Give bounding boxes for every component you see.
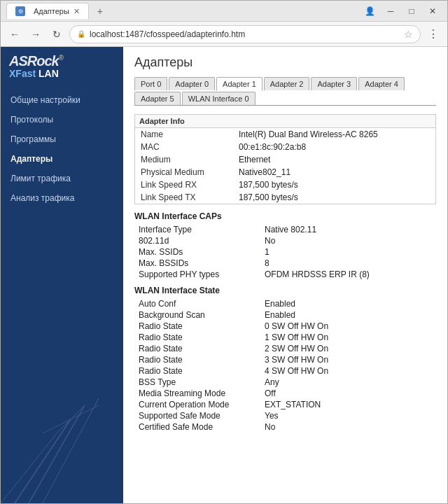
- svg-line-5: [71, 405, 99, 419]
- browser-tab[interactable]: ⚙ Адаптеры ✕: [6, 3, 89, 19]
- value: 00:e1:8c:90:2a:b8: [233, 141, 435, 153]
- label: Background Scan: [134, 309, 260, 321]
- label: Supported Safe Mode: [134, 410, 260, 421]
- table-row: Max. BSSIDs 8: [134, 258, 436, 269]
- sidebar-decoration: [1, 363, 123, 503]
- label: Radio State: [134, 343, 260, 354]
- label: Radio State: [134, 365, 260, 377]
- sidebar-item-protocols[interactable]: Протоколы: [1, 110, 123, 130]
- value: OFDM HRDSSS ERP IR (8): [260, 269, 436, 280]
- label: Current Operation Mode: [134, 399, 260, 410]
- tab-adapter5[interactable]: Adapter 5: [134, 92, 181, 105]
- sidebar-item-traffic-analysis[interactable]: Анализ трафика: [1, 188, 123, 208]
- tab-title: Адаптеры: [34, 7, 69, 15]
- bookmark-icon[interactable]: ☆: [404, 29, 413, 40]
- wlan-caps-table: Interface Type Native 802.11 802.11d No …: [134, 224, 436, 280]
- back-button[interactable]: ←: [6, 26, 23, 43]
- table-row: Radio State 3 SW Off HW On: [134, 354, 436, 365]
- label: Physical Medium: [135, 166, 233, 178]
- wlan-state-table: Auto Conf Enabled Background Scan Enable…: [134, 298, 436, 433]
- minimize-button[interactable]: ─: [382, 4, 400, 18]
- tab-adapter1[interactable]: Adapter 1: [216, 77, 262, 91]
- asrock-logo: ASRock®: [9, 54, 115, 68]
- user-button[interactable]: 👤: [360, 4, 379, 18]
- table-row: 802.11d No: [134, 235, 436, 246]
- tab-close-button[interactable]: ✕: [74, 7, 80, 16]
- lock-icon: 🔒: [77, 30, 85, 38]
- table-row: Name Intel(R) Dual Band Wireless-AC 8265: [135, 128, 435, 141]
- value: Enabled: [260, 298, 436, 309]
- table-row: Radio State 0 SW Off HW On: [134, 321, 436, 332]
- value: Intel(R) Dual Band Wireless-AC 8265: [233, 128, 435, 141]
- value: 2 SW Off HW On: [260, 343, 436, 354]
- label: Medium: [135, 153, 233, 166]
- svg-line-1: [29, 405, 85, 503]
- svg-line-0: [15, 419, 71, 503]
- value: 187,500 bytes/s: [233, 191, 435, 204]
- label: Name: [135, 128, 233, 141]
- sidebar-item-traffic-limit[interactable]: Лимит трафика: [1, 169, 123, 188]
- label: Max. BSSIDs: [134, 258, 260, 269]
- value: Off: [260, 388, 436, 399]
- app-layout: ASRock® XFast LAN Общие настройки Проток…: [1, 47, 447, 503]
- value: Enabled: [260, 309, 436, 321]
- label: Link Speed RX: [135, 178, 233, 191]
- tab-wlan0[interactable]: WLAN Interface 0: [182, 92, 255, 105]
- wlan-state-header: WLAN Interface State: [134, 286, 436, 295]
- tab-adapter3[interactable]: Adapter 3: [311, 77, 357, 90]
- new-tab-button[interactable]: +: [92, 4, 108, 18]
- maximize-button[interactable]: □: [402, 4, 421, 18]
- reload-button[interactable]: ↻: [48, 26, 65, 43]
- table-row: Radio State 2 SW Off HW On: [134, 343, 436, 354]
- adapter-info-box: Adapter Info Name Intel(R) Dual Band Wir…: [134, 114, 436, 204]
- address-bar[interactable]: 🔒 localhost:1487/cfosspeed/adapterinfo.h…: [69, 25, 421, 43]
- label: Certified Safe Mode: [134, 421, 260, 433]
- table-row: Auto Conf Enabled: [134, 298, 436, 309]
- browser-menu-button[interactable]: ⋮: [425, 26, 442, 43]
- logo-area: ASRock® XFast LAN: [1, 47, 123, 85]
- label: Auto Conf: [134, 298, 260, 309]
- tab-favicon: ⚙: [15, 6, 25, 16]
- label: MAC: [135, 141, 233, 153]
- tab-port0[interactable]: Port 0: [134, 77, 167, 90]
- close-button[interactable]: ✕: [424, 4, 442, 18]
- table-row: Interface Type Native 802.11: [134, 224, 436, 235]
- forward-button[interactable]: →: [27, 26, 44, 43]
- window-controls: 👤 ─ □ ✕: [360, 4, 442, 18]
- sidebar-item-general[interactable]: Общие настройки: [1, 90, 123, 110]
- label: Interface Type: [134, 224, 260, 235]
- sidebar-item-adapters[interactable]: Адаптеры: [1, 149, 123, 169]
- label: Radio State: [134, 332, 260, 343]
- table-row: Supported PHY types OFDM HRDSSS ERP IR (…: [134, 269, 436, 280]
- svg-line-3: [43, 398, 99, 503]
- value: Any: [260, 377, 436, 388]
- label: Media Streaming Mode: [134, 388, 260, 399]
- sidebar: ASRock® XFast LAN Общие настройки Проток…: [1, 47, 123, 503]
- value: EXT_STATION: [260, 399, 436, 410]
- tab-adapter2[interactable]: Adapter 2: [264, 77, 310, 90]
- table-row: Radio State 4 SW Off HW On: [134, 365, 436, 377]
- url-text: localhost:1487/cfosspeed/adapterinfo.htm: [90, 29, 400, 39]
- value: 4 SW Off HW On: [260, 365, 436, 377]
- value: 8: [260, 258, 436, 269]
- table-row: Medium Ethernet: [135, 153, 435, 166]
- table-row: Link Speed TX 187,500 bytes/s: [135, 191, 435, 204]
- wlan-caps-section: WLAN Interface CAPs Interface Type Nativ…: [134, 211, 436, 280]
- label: Max. SSIDs: [134, 246, 260, 258]
- nav-bar: ← → ↻ 🔒 localhost:1487/cfosspeed/adapter…: [1, 22, 447, 47]
- table-row: BSS Type Any: [134, 377, 436, 388]
- value: No: [260, 421, 436, 433]
- table-row: Max. SSIDs 1: [134, 246, 436, 258]
- adapter-info-title: Adapter Info: [135, 115, 435, 128]
- label: Radio State: [134, 321, 260, 332]
- table-row: Radio State 1 SW Off HW On: [134, 332, 436, 343]
- tab-adapter0[interactable]: Adapter 0: [169, 77, 215, 90]
- sidebar-item-programs[interactable]: Программы: [1, 130, 123, 149]
- value: Yes: [260, 410, 436, 421]
- value: Native802_11: [233, 166, 435, 178]
- tab-adapter4[interactable]: Adapter 4: [358, 77, 405, 90]
- table-row: Supported Safe Mode Yes: [134, 410, 436, 421]
- value: 1: [260, 246, 436, 258]
- wlan-state-section: WLAN Interface State Auto Conf Enabled B…: [134, 286, 436, 433]
- table-row: Physical Medium Native802_11: [135, 166, 435, 178]
